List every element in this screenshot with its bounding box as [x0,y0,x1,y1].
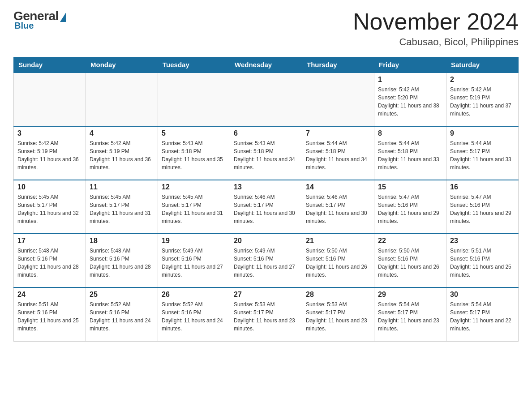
day-number: 6 [234,129,298,137]
calendar-cell: 23Sunrise: 5:51 AMSunset: 5:16 PMDayligh… [446,234,519,287]
day-number: 9 [450,129,515,137]
calendar-cell: 17Sunrise: 5:48 AMSunset: 5:16 PMDayligh… [14,234,86,287]
day-number: 10 [17,183,82,191]
calendar-cell: 21Sunrise: 5:50 AMSunset: 5:16 PMDayligh… [302,234,374,287]
day-number: 24 [17,291,82,299]
day-number: 30 [450,291,515,299]
sun-info: Sunrise: 5:42 AMSunset: 5:19 PMDaylight:… [450,86,515,118]
logo-triangle-icon [60,12,66,22]
calendar-week-row: 24Sunrise: 5:51 AMSunset: 5:16 PMDayligh… [14,287,519,341]
sun-info: Sunrise: 5:44 AMSunset: 5:18 PMDaylight:… [378,139,442,171]
day-number: 26 [162,291,226,299]
day-number: 13 [234,183,298,191]
calendar-cell: 26Sunrise: 5:52 AMSunset: 5:16 PMDayligh… [158,287,230,341]
calendar-cell: 28Sunrise: 5:53 AMSunset: 5:17 PMDayligh… [302,287,374,341]
calendar-cell [230,73,302,126]
day-number: 7 [306,129,370,137]
sun-info: Sunrise: 5:45 AMSunset: 5:17 PMDaylight:… [90,193,154,225]
day-number: 2 [450,76,515,84]
calendar-cell: 27Sunrise: 5:53 AMSunset: 5:17 PMDayligh… [230,287,302,341]
calendar-header-row: SundayMondayTuesdayWednesdayThursdayFrid… [14,57,519,73]
sun-info: Sunrise: 5:52 AMSunset: 5:16 PMDaylight:… [90,300,154,333]
calendar-week-row: 17Sunrise: 5:48 AMSunset: 5:16 PMDayligh… [14,234,519,287]
calendar-cell: 29Sunrise: 5:54 AMSunset: 5:17 PMDayligh… [374,287,446,341]
day-header-sunday: Sunday [14,57,86,73]
calendar-cell: 25Sunrise: 5:52 AMSunset: 5:16 PMDayligh… [86,287,158,341]
calendar-week-row: 10Sunrise: 5:45 AMSunset: 5:17 PMDayligh… [14,180,519,234]
calendar-week-row: 1Sunrise: 5:42 AMSunset: 5:20 PMDaylight… [14,73,519,126]
day-number: 15 [378,183,442,191]
day-number: 22 [378,237,442,245]
sun-info: Sunrise: 5:43 AMSunset: 5:18 PMDaylight:… [234,139,298,171]
sun-info: Sunrise: 5:44 AMSunset: 5:18 PMDaylight:… [306,139,370,171]
calendar-week-row: 3Sunrise: 5:42 AMSunset: 5:19 PMDaylight… [14,126,519,180]
day-header-saturday: Saturday [446,57,519,73]
sun-info: Sunrise: 5:48 AMSunset: 5:16 PMDaylight:… [17,247,82,279]
day-number: 1 [378,76,442,84]
calendar-cell [158,73,230,126]
sun-info: Sunrise: 5:49 AMSunset: 5:16 PMDaylight:… [162,247,226,279]
calendar-cell: 18Sunrise: 5:48 AMSunset: 5:16 PMDayligh… [86,234,158,287]
day-number: 23 [450,237,515,245]
day-number: 18 [90,237,154,245]
calendar-cell: 7Sunrise: 5:44 AMSunset: 5:18 PMDaylight… [302,126,374,180]
calendar-cell: 15Sunrise: 5:47 AMSunset: 5:16 PMDayligh… [374,180,446,234]
sun-info: Sunrise: 5:46 AMSunset: 5:17 PMDaylight:… [306,193,370,225]
logo: General Blue [13,9,66,31]
day-number: 16 [450,183,515,191]
calendar-cell: 14Sunrise: 5:46 AMSunset: 5:17 PMDayligh… [302,180,374,234]
calendar-cell: 1Sunrise: 5:42 AMSunset: 5:20 PMDaylight… [374,73,446,126]
sun-info: Sunrise: 5:54 AMSunset: 5:17 PMDaylight:… [450,300,515,333]
location-subtitle: Cabusao, Bicol, Philippines [353,36,519,48]
calendar-cell [302,73,374,126]
sun-info: Sunrise: 5:42 AMSunset: 5:19 PMDaylight:… [90,139,154,171]
sun-info: Sunrise: 5:53 AMSunset: 5:17 PMDaylight:… [234,300,298,333]
calendar-table: SundayMondayTuesdayWednesdayThursdayFrid… [13,57,519,342]
calendar-cell: 13Sunrise: 5:46 AMSunset: 5:17 PMDayligh… [230,180,302,234]
day-number: 11 [90,183,154,191]
day-number: 4 [90,129,154,137]
calendar-cell: 6Sunrise: 5:43 AMSunset: 5:18 PMDaylight… [230,126,302,180]
sun-info: Sunrise: 5:43 AMSunset: 5:18 PMDaylight:… [162,139,226,171]
sun-info: Sunrise: 5:54 AMSunset: 5:17 PMDaylight:… [378,300,442,333]
page-header: General Blue November 2024 Cabusao, Bico… [13,9,519,48]
sun-info: Sunrise: 5:47 AMSunset: 5:16 PMDaylight:… [378,193,442,225]
day-number: 5 [162,129,226,137]
calendar-cell: 24Sunrise: 5:51 AMSunset: 5:16 PMDayligh… [14,287,86,341]
day-number: 28 [306,291,370,299]
calendar-cell: 16Sunrise: 5:47 AMSunset: 5:16 PMDayligh… [446,180,519,234]
sun-info: Sunrise: 5:50 AMSunset: 5:16 PMDaylight:… [306,247,370,279]
sun-info: Sunrise: 5:48 AMSunset: 5:16 PMDaylight:… [90,247,154,279]
calendar-cell: 20Sunrise: 5:49 AMSunset: 5:16 PMDayligh… [230,234,302,287]
calendar-cell: 12Sunrise: 5:45 AMSunset: 5:17 PMDayligh… [158,180,230,234]
calendar-cell: 3Sunrise: 5:42 AMSunset: 5:19 PMDaylight… [14,126,86,180]
sun-info: Sunrise: 5:51 AMSunset: 5:16 PMDaylight:… [450,247,515,279]
calendar-cell [86,73,158,126]
day-number: 27 [234,291,298,299]
sun-info: Sunrise: 5:42 AMSunset: 5:20 PMDaylight:… [378,86,442,118]
sun-info: Sunrise: 5:47 AMSunset: 5:16 PMDaylight:… [450,193,515,225]
sun-info: Sunrise: 5:44 AMSunset: 5:17 PMDaylight:… [450,139,515,171]
day-header-tuesday: Tuesday [158,57,230,73]
sun-info: Sunrise: 5:51 AMSunset: 5:16 PMDaylight:… [17,300,82,333]
sun-info: Sunrise: 5:42 AMSunset: 5:19 PMDaylight:… [17,139,82,171]
sun-info: Sunrise: 5:50 AMSunset: 5:16 PMDaylight:… [378,247,442,279]
day-number: 3 [17,129,82,137]
calendar-cell: 9Sunrise: 5:44 AMSunset: 5:17 PMDaylight… [446,126,519,180]
sun-info: Sunrise: 5:45 AMSunset: 5:17 PMDaylight:… [17,193,82,225]
calendar-cell: 11Sunrise: 5:45 AMSunset: 5:17 PMDayligh… [86,180,158,234]
day-number: 29 [378,291,442,299]
calendar-cell: 19Sunrise: 5:49 AMSunset: 5:16 PMDayligh… [158,234,230,287]
calendar-cell: 8Sunrise: 5:44 AMSunset: 5:18 PMDaylight… [374,126,446,180]
calendar-cell [14,73,86,126]
sun-info: Sunrise: 5:52 AMSunset: 5:16 PMDaylight:… [162,300,226,333]
day-number: 17 [17,237,82,245]
calendar-cell: 22Sunrise: 5:50 AMSunset: 5:16 PMDayligh… [374,234,446,287]
day-header-wednesday: Wednesday [230,57,302,73]
sun-info: Sunrise: 5:49 AMSunset: 5:16 PMDaylight:… [234,247,298,279]
calendar-cell: 10Sunrise: 5:45 AMSunset: 5:17 PMDayligh… [14,180,86,234]
month-year-title: November 2024 [353,9,519,34]
day-header-friday: Friday [374,57,446,73]
day-number: 14 [306,183,370,191]
logo-blue-text: Blue [13,21,34,31]
